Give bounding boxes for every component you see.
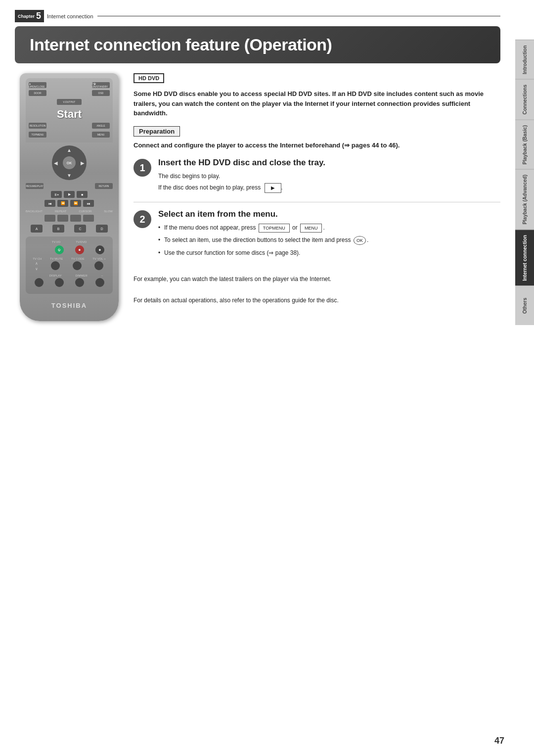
remote-dimmer-btn[interactable] xyxy=(75,278,84,287)
tab-internet-connection[interactable]: Internet connection xyxy=(515,230,534,286)
remote-play-btn[interactable]: ▶ xyxy=(64,191,75,198)
remote-transport-row-1: ⏸▶ ▶ ■ xyxy=(26,191,113,198)
tab-playback-basic[interactable]: Playback (Basic) xyxy=(515,120,534,170)
remote-tv-mute-btn[interactable] xyxy=(51,261,60,270)
remote-angle-btn[interactable]: ANGLE xyxy=(92,123,110,129)
remote-on-standby-btn[interactable]: I/⏻ ON/STANDBY xyxy=(92,82,110,88)
remote-control-col: ▲ OPEN/CLOSE I/⏻ ON/STANDBY DOOR OSD V.O… xyxy=(15,73,124,321)
remote-repeat-btn[interactable] xyxy=(57,215,68,222)
remote-backlight-btn[interactable] xyxy=(44,215,55,222)
footer-text-1: For example, you can watch the latest tr… xyxy=(134,275,500,284)
step-1-note: If the disc does not begin to play, pres… xyxy=(158,183,325,193)
remote-rew-btn[interactable]: ⏪ xyxy=(57,200,68,207)
remote-color-buttons: A B C D xyxy=(26,225,113,233)
remote-topmenu-btn[interactable]: TOPMENU xyxy=(29,132,46,138)
remote-transport-row-2: ⏮ ⏪ ⏩ ⏭ xyxy=(26,200,113,207)
remote-top-row-2: DOOR OSD xyxy=(29,90,110,96)
sidebar: Introduction Connections Playback (Basic… xyxy=(515,40,534,325)
remote-menu-row: TOPMENU MENU xyxy=(29,132,110,138)
footer-text-2: For details on actual operations, also r… xyxy=(134,296,500,305)
remote-tv-row-2: ∧ ∨ xyxy=(29,261,110,271)
remote-menu-btn[interactable]: MENU xyxy=(92,132,110,138)
remote-circle-1[interactable] xyxy=(35,278,44,287)
remote-tv-labels-2: TV CHTV MUTETV CODETV VOL + xyxy=(29,257,110,260)
remote-function-labels: BACKLIGHTREPEATCURSORSLOW xyxy=(26,210,113,213)
step-2-title: Select an item from the menu. xyxy=(158,209,368,219)
chapter-number: 5 xyxy=(36,11,41,21)
hd-dvd-badge: HD DVD xyxy=(134,73,164,83)
chapter-header: Chapter 5 Internet connection xyxy=(15,10,500,22)
chapter-label: Chapter xyxy=(18,14,35,19)
page-number: 47 xyxy=(494,736,504,746)
remote-slow-btn[interactable] xyxy=(83,215,94,222)
remote-top-row-1: ▲ OPEN/CLOSE I/⏻ ON/STANDBY xyxy=(29,82,110,88)
remote-display-btn[interactable] xyxy=(55,278,64,287)
remote-resume-row: RESUME/PLAY RETURN xyxy=(26,183,113,189)
remote-stop-btn[interactable]: ■ xyxy=(77,191,88,198)
ok-key: OK xyxy=(354,236,366,245)
remote-tv-vol-btn[interactable] xyxy=(94,261,103,270)
remote-osd-btn[interactable]: OSD xyxy=(92,90,110,96)
remote-prev-btn[interactable]: ⏮ xyxy=(44,200,55,207)
remote-tv-section: TV I/OTV/DVD ⏻ ⏺ ⏺ TV CHTV MUTETV CODETV… xyxy=(26,236,113,294)
remote-fwd-btn[interactable]: ⏩ xyxy=(70,200,81,207)
chapter-badge: Chapter 5 xyxy=(15,10,44,22)
remote-btn-c[interactable]: C xyxy=(74,225,86,233)
preparation-text: Connect and configure the player to acce… xyxy=(134,141,500,150)
content-area: ▲ OPEN/CLOSE I/⏻ ON/STANDBY DOOR OSD V.O… xyxy=(15,73,500,321)
toshiba-logo: TOSHIBA xyxy=(26,302,113,311)
remote-function-row xyxy=(26,215,113,222)
remote-return-btn[interactable]: RETURN xyxy=(95,183,113,189)
step-1-title: Insert the HD DVD disc and close the tra… xyxy=(158,158,325,168)
main-content: Chapter 5 Internet connection Internet c… xyxy=(0,0,515,756)
remote-pause-btn[interactable]: ⏸▶ xyxy=(51,191,62,198)
preparation-label: Preparation xyxy=(134,126,180,137)
step-2-bullet-2: To select an item, use the direction but… xyxy=(158,236,368,245)
remote-tv-row-3 xyxy=(29,278,110,287)
page-title: Internet connection feature (Operation) xyxy=(30,35,486,54)
remote-resolution-row: RESOLUTION ANGLE xyxy=(29,123,110,129)
remote-start-label: Start xyxy=(29,108,110,121)
remote-next-btn[interactable]: ⏭ xyxy=(83,200,94,207)
step-2-content: Select an item from the menu. If the men… xyxy=(158,209,368,261)
remote-tv-row-1: ⏻ ⏺ ⏺ xyxy=(29,245,110,254)
step-1-content: Insert the HD DVD disc and close the tra… xyxy=(158,158,325,195)
remote-resumeplay-btn[interactable]: RESUME/PLAY xyxy=(26,183,44,189)
remote-control: ▲ OPEN/CLOSE I/⏻ ON/STANDBY DOOR OSD V.O… xyxy=(20,73,119,321)
step-2-bullet-1: If the menu does not appear, press TOPME… xyxy=(158,223,368,233)
play-button-icon xyxy=(265,183,281,193)
step-1-body: The disc begins to play. xyxy=(158,172,325,181)
remote-open-close-btn[interactable]: ▲ OPEN/CLOSE xyxy=(29,82,46,88)
step-2-bullet-3: Use the cursor function for some discs (… xyxy=(158,248,368,258)
tab-playback-advanced[interactable]: Playback (Advanced) xyxy=(515,169,534,230)
step-2-number: 2 xyxy=(134,210,151,228)
remote-v-output-btn[interactable]: V.OUTPUT xyxy=(57,99,82,105)
remote-resolution-btn[interactable]: RESOLUTION xyxy=(29,123,46,129)
remote-dpad-ring[interactable]: ▲ ▼ ◀ ▶ OK xyxy=(52,145,87,180)
remote-tv-power-btn[interactable]: ⏻ xyxy=(55,245,64,254)
remote-btn-a[interactable]: A xyxy=(31,225,43,233)
intro-text: Some HD DVD discs enable you to access s… xyxy=(134,89,500,118)
remote-tv-code-btn[interactable] xyxy=(73,261,82,270)
remote-tv-dvd-btn[interactable]: ⏺ xyxy=(75,245,84,254)
remote-cursor-btn[interactable] xyxy=(70,215,81,222)
remote-door-btn[interactable]: DOOR xyxy=(29,90,46,96)
remote-top-section: ▲ OPEN/CLOSE I/⏻ ON/STANDBY DOOR OSD V.O… xyxy=(26,78,113,142)
tab-connections[interactable]: Connections xyxy=(515,79,534,120)
remote-tv-labels: TV I/OTV/DVD xyxy=(29,240,110,243)
chapter-line xyxy=(97,16,500,16)
remote-ok-btn[interactable]: OK xyxy=(63,156,76,169)
step-2-block: 2 Select an item from the menu. If the m… xyxy=(134,209,500,268)
remote-btn-b[interactable]: B xyxy=(52,225,64,233)
remote-btn-d[interactable]: D xyxy=(96,225,108,233)
remote-dpad: ▲ ▼ ◀ ▶ OK xyxy=(52,145,87,180)
step-2-bullets: If the menu does not appear, press TOPME… xyxy=(158,223,368,258)
tab-introduction[interactable]: Introduction xyxy=(515,40,534,79)
topmenu-key: TOPMENU xyxy=(259,224,290,233)
step-1-block: 1 Insert the HD DVD disc and close the t… xyxy=(134,158,500,202)
menu-key: MENU xyxy=(300,224,322,233)
instructions-col: HD DVD Some HD DVD discs enable you to a… xyxy=(134,73,500,321)
tab-others[interactable]: Others xyxy=(515,285,534,325)
remote-circle-4[interactable] xyxy=(95,278,104,287)
remote-btn-extra[interactable]: ⏺ xyxy=(95,245,104,254)
